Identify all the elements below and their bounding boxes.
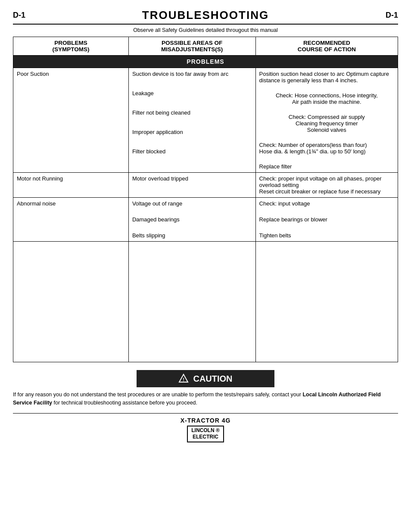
warning-icon: ! (178, 373, 189, 384)
table-row: Poor Suction Suction device is too far a… (13, 68, 398, 173)
misadjustment-item: Filter blocked (132, 148, 252, 155)
empty-cell (128, 242, 255, 362)
col-header-misadjustments: POSSIBLE AREAS OFMISADJUSTMENTS(S) (128, 37, 255, 56)
action-item: Tighten belts (259, 232, 394, 239)
caution-box: ! CAUTION (137, 370, 274, 387)
action-item: Replace filter (259, 163, 394, 170)
caution-triangle-icon: ! (178, 373, 189, 384)
empty-cell (255, 242, 398, 362)
misadjustment-item: Leakage (132, 90, 252, 96)
table-row: Motor not Running Motor overload tripped… (13, 173, 398, 198)
problem-cell-poor-suction: Poor Suction (13, 68, 129, 173)
brand-name-line1: LINCOLN ® (191, 427, 220, 434)
troubleshooting-table: PROBLEMS(SYMPTOMS) POSSIBLE AREAS OFMISA… (13, 37, 398, 362)
misadjustment-item: Suction device is too far away from arc (132, 71, 252, 77)
section-header-cell: PROBLEMS (13, 56, 398, 68)
col-header-action: RECOMMENDEDCOURSE OF ACTION (255, 37, 398, 56)
product-name: X-TRACTOR 4G (13, 417, 398, 424)
brand-box: LINCOLN ® ELECTRIC (187, 426, 224, 442)
misadjustments-cell-noise: Voltage out of range Damaged bearings Be… (128, 198, 255, 242)
misadjustment-item: Voltage out of range (132, 200, 252, 207)
action-item: Check: proper input voltage on all phase… (259, 175, 394, 195)
action-cell-poor-suction: Position suction head closer to arc Opti… (255, 68, 398, 173)
misadjustment-item: Filter not being cleaned (132, 109, 252, 116)
page-code-right: D-1 (386, 11, 398, 20)
misadjustment-item: Belts slipping (132, 232, 252, 239)
table-row: Abnormal noise Voltage out of range Dama… (13, 198, 398, 242)
caution-text-part1: If for any reason you do not understand … (13, 392, 302, 398)
action-item: Check: input voltage (259, 200, 394, 207)
brand-name-line2: ELECTRIC (191, 434, 220, 441)
page-title: TROUBLESHOOTING (142, 9, 269, 22)
footer-section: X-TRACTOR 4G LINCOLN ® ELECTRIC (13, 413, 398, 442)
misadjustment-item: Improper application (132, 129, 252, 135)
action-item: Check: Hose connections, Hose integrity,… (259, 92, 394, 105)
caution-text-part2: for technical troubleshooting assistance… (52, 400, 197, 406)
misadjustments-cell-poor-suction: Suction device is too far away from arc … (128, 68, 255, 173)
action-item: Check: Compressed air supplyCleaning fre… (259, 114, 394, 133)
problem-cell-noise: Abnormal noise (13, 198, 129, 242)
misadjustment-item: Motor overload tripped (132, 175, 252, 182)
misadjustments-cell-motor: Motor overload tripped (128, 173, 255, 198)
action-item: Position suction head closer to arc Opti… (259, 71, 394, 84)
section-header-row: PROBLEMS (13, 56, 398, 68)
caution-section: ! CAUTION If for any reason you do not u… (13, 370, 398, 407)
page-header: D-1 TROUBLESHOOTING D-1 (13, 9, 398, 25)
svg-text:!: ! (183, 377, 185, 382)
misadjustment-item: Damaged bearings (132, 216, 252, 223)
action-cell-noise: Check: input voltage Replace bearings or… (255, 198, 398, 242)
empty-cell (13, 242, 129, 362)
safety-note: Observe all Safety Guidelines detailed t… (13, 27, 398, 33)
table-row-empty (13, 242, 398, 362)
caution-label: CAUTION (193, 374, 232, 384)
caution-text: If for any reason you do not understand … (13, 391, 398, 407)
col-header-problems: PROBLEMS(SYMPTOMS) (13, 37, 129, 56)
problem-cell-motor: Motor not Running (13, 173, 129, 198)
page-code-left: D-1 (13, 11, 25, 20)
action-cell-motor: Check: proper input voltage on all phase… (255, 173, 398, 198)
action-item: Replace bearings or blower (259, 216, 394, 223)
action-item: Check: Number of operators(less than fou… (259, 142, 394, 155)
